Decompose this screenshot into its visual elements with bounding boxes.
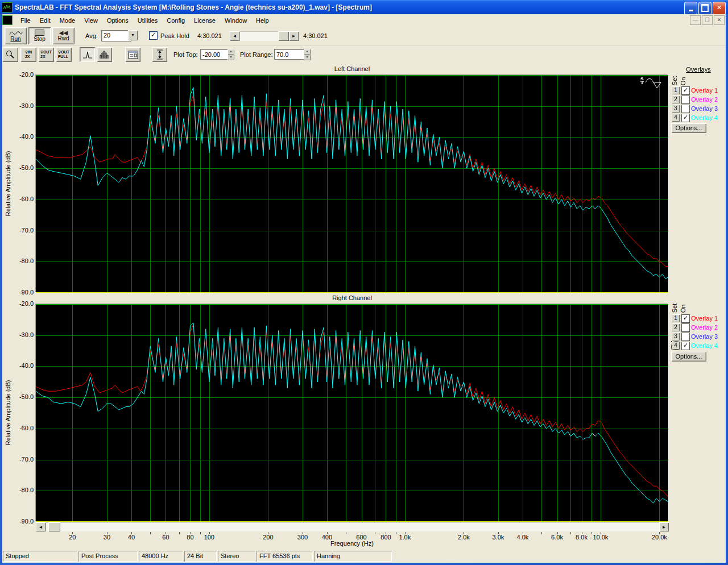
menu-help[interactable]: Help [251,16,274,25]
overlay-options-button[interactable]: Options... [671,352,706,362]
plot-top-label: Plot Top: [173,51,198,58]
x-tick-mark [346,532,346,534]
rewind-button[interactable]: ◀◀ Rwd [52,27,75,44]
set-column-label: Set [671,304,678,313]
dialog-settings-icon [128,51,138,59]
hscroll-track[interactable] [46,522,659,531]
hscroll-right-arrow[interactable]: ► [659,522,669,531]
seek-track[interactable] [239,31,278,41]
menu-utilities[interactable]: Utilities [133,16,162,25]
seek-left-arrow[interactable]: ◄ [230,31,239,41]
menu-file[interactable]: File [16,16,35,25]
status-panel-3: 24 Bit [184,551,217,562]
overlay-set-button-4[interactable]: 4 [672,342,680,350]
x-tick-mark [541,532,542,534]
spectrum-plot-right[interactable] [36,304,668,522]
overlay-options-button[interactable]: Options... [671,123,706,133]
plot-range-spinner[interactable]: ▲▼ [304,49,311,60]
status-panel-0: Stopped [3,551,77,562]
minimize-button[interactable] [684,2,697,15]
y-tick-label: -20.0 [10,300,34,307]
overlay-set-button-1[interactable]: 1 [672,314,680,322]
zoom-select-button[interactable] [2,47,18,62]
y-tick-label: -80.0 [10,257,34,264]
y-axis-title: Relative Amplitude (dB) [5,144,11,223]
menu-window[interactable]: Window [220,16,251,25]
run-button[interactable]: Run [5,27,27,44]
stop-icon [35,30,44,36]
spin-up-icon[interactable]: ▲ [304,49,311,55]
magnifier-icon [6,50,15,59]
bar-plot-mode-button[interactable] [97,47,112,62]
status-panel-4: Stereo [218,551,255,562]
line-plot-mode-button[interactable] [80,47,95,62]
stop-button[interactable]: Stop [28,27,51,44]
status-panel-2: 48000 Hz [139,551,183,562]
x-tick-mark [592,532,592,534]
spin-down-icon[interactable]: ▼ [228,55,234,60]
mdi-minimize-icon[interactable]: — [690,15,701,25]
overlay-label-1: Overlay 1 [691,87,718,94]
overlay-set-button-2[interactable]: 2 [672,95,680,103]
spin-down-icon[interactable]: ▼ [304,55,311,60]
overlay-on-checkbox-1[interactable]: ✓ [681,86,690,95]
spectra-logo-icon [3,4,11,10]
zoom-in-2x-button[interactable]: ⚲IN2X [20,47,36,62]
set-column-label: Set [671,76,678,86]
menu-mode[interactable]: Mode [55,16,80,25]
zoom-out-2x-icon: ⚲OUT2X [40,50,52,59]
overlay-on-checkbox-1[interactable]: ✓ [681,314,690,323]
overlay-on-checkbox-2[interactable] [681,95,690,104]
peak-hold-label: Peak Hold [160,32,189,39]
zoom-out-2x-button[interactable]: ⚲OUT2X [38,47,54,62]
spectrum-plot-left[interactable] [36,75,668,293]
spin-up-icon[interactable]: ▲ [228,49,234,55]
time-position: 4:30.021 [197,32,222,39]
overlay-set-button-3[interactable]: 3 [672,105,680,113]
close-button[interactable]: ✕ [713,2,726,15]
seek-thumb[interactable] [278,31,289,41]
rewind-icon: ◀◀ [59,30,68,35]
menu-edit[interactable]: Edit [35,16,55,25]
seek-right-arrow[interactable]: ► [289,31,299,41]
overlay-set-button-1[interactable]: 1 [672,86,680,94]
x-tick-mark [396,532,396,534]
overlay-on-checkbox-3[interactable] [681,333,690,341]
menu-options[interactable]: Options [102,16,133,25]
plot-top-spinner[interactable]: ▲▼ [228,49,234,60]
status-bar: StoppedPost Process48000 Hz24 BitStereoF… [2,549,726,563]
hscroll-left-arrow[interactable]: ◄ [36,522,46,531]
avg-dropdown-icon[interactable]: ▼ [128,30,138,40]
y-tick-label: -50.0 [10,393,34,400]
overlay-on-checkbox-3[interactable] [681,105,690,113]
restore-button[interactable] [698,2,712,15]
x-tick-mark [570,532,571,534]
y-axis-title: Relative Amplitude (dB) [5,373,11,452]
overlay-on-checkbox-2[interactable] [681,323,690,332]
overlay-set-button-4[interactable]: 4 [672,114,680,122]
y-tick-label: -70.0 [10,227,34,234]
overlay-on-checkbox-4[interactable]: ✓ [681,342,690,350]
menu-config[interactable]: Config [162,16,189,25]
plot-top-input[interactable] [200,49,229,60]
plot-range-input[interactable] [274,49,305,60]
mdi-close-icon[interactable]: ✕ [714,15,725,25]
zoom-in-2x-icon: ⚲IN2X [25,50,32,59]
overlay-set-button-3[interactable]: 3 [672,333,680,340]
display-options-button[interactable] [125,47,140,62]
menu-license[interactable]: License [189,16,220,25]
plot-toolbar: ⚲IN2X ⚲OUT2X ⚲OUTFULL Plot Top: ▲▼ Plot … [0,46,728,64]
peak-hold-checkbox[interactable]: ✓ [149,31,158,40]
vertical-scale-button[interactable] [152,47,167,62]
y-tick-label: -80.0 [10,487,34,493]
window-border-bottom [0,563,728,565]
mdi-restore-icon[interactable]: ❐ [702,15,713,25]
avg-combobox[interactable]: 20 [101,30,131,41]
overlay-on-checkbox-4[interactable]: ✓ [681,114,690,122]
x-axis-title: Frequency (Hz) [36,540,668,547]
overlays-title: Overlays [671,66,726,73]
menu-view[interactable]: View [80,16,102,25]
zoom-out-full-button[interactable]: ⚲OUTFULL [56,47,72,62]
overlay-set-button-2[interactable]: 2 [672,323,680,331]
hscroll-thumb[interactable] [48,522,60,531]
